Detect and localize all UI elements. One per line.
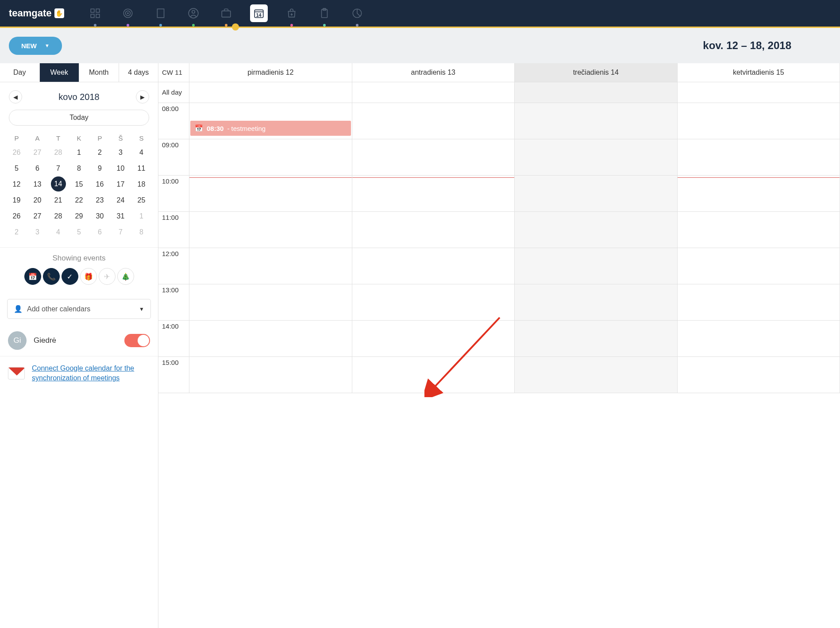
mini-day[interactable]: 19 — [6, 192, 27, 208]
filter-gift-icon[interactable]: 🎁 — [80, 268, 97, 285]
day-header[interactable]: ketvirtadienis 15 — [678, 63, 840, 82]
svg-rect-14 — [222, 11, 231, 17]
mini-day[interactable]: 29 — [69, 208, 89, 224]
time-label: 08:00 — [158, 103, 189, 139]
mini-day[interactable]: 12 — [6, 176, 27, 192]
nav-briefcase-icon[interactable] — [217, 4, 235, 22]
mini-day[interactable]: 13 — [27, 176, 48, 192]
mini-day[interactable]: 17 — [110, 176, 131, 192]
mini-day[interactable]: 21 — [48, 192, 69, 208]
user-name: Giedrė — [34, 336, 56, 345]
calendar-grid: CW 11 pirmadienis 12antradienis 13trečia… — [158, 63, 840, 628]
event-filters: 📅 📞 ✓ 🎁 ✈ 🎄 — [0, 268, 158, 293]
nav-target-icon[interactable] — [119, 4, 137, 22]
day-header[interactable]: pirmadienis 12 — [189, 63, 352, 82]
weekday-label: K — [69, 132, 89, 145]
mini-day[interactable]: 8 — [131, 224, 152, 240]
mini-day[interactable]: 3 — [27, 224, 48, 240]
mini-day[interactable]: 2 — [6, 224, 27, 240]
mini-day[interactable]: 26 — [6, 208, 27, 224]
mini-day[interactable]: 5 — [69, 224, 89, 240]
mini-day[interactable]: 25 — [131, 192, 152, 208]
mini-day[interactable]: 28 — [48, 145, 69, 161]
add-calendars-dropdown[interactable]: 👤 Add other calendars ▼ — [7, 299, 151, 319]
nav-person-icon[interactable] — [185, 4, 202, 22]
user-toggle[interactable] — [124, 334, 150, 347]
svg-rect-3 — [96, 14, 100, 18]
mini-day[interactable]: 20 — [27, 192, 48, 208]
mini-day[interactable]: 15 — [69, 176, 89, 192]
mini-day[interactable]: 1 — [131, 208, 152, 224]
mini-day[interactable]: 23 — [89, 192, 110, 208]
day-column[interactable] — [515, 103, 678, 393]
filter-task-icon[interactable]: ✓ — [62, 268, 78, 285]
mini-day[interactable]: 9 — [89, 161, 110, 176]
nav-clipboard-icon[interactable] — [316, 4, 333, 22]
mini-day[interactable]: 10 — [110, 161, 131, 176]
time-label: 09:00 — [158, 139, 189, 176]
mini-day[interactable]: 6 — [27, 161, 48, 176]
svg-rect-2 — [91, 14, 94, 18]
mini-day[interactable]: 6 — [89, 224, 110, 240]
nav-building-icon[interactable] — [152, 4, 170, 22]
allday-cell[interactable] — [189, 82, 352, 103]
mini-day[interactable]: 4 — [48, 224, 69, 240]
next-month-button[interactable]: ▶ — [136, 90, 149, 103]
mini-day[interactable]: 14 — [48, 176, 69, 192]
view-tabs: Day Week Month 4 days — [0, 63, 158, 82]
tab-month[interactable]: Month — [79, 63, 119, 82]
mini-day[interactable]: 1 — [69, 145, 89, 161]
mini-day[interactable]: 7 — [110, 224, 131, 240]
svg-rect-1 — [96, 9, 100, 12]
filter-tree-icon[interactable]: 🎄 — [117, 268, 134, 285]
mini-day[interactable]: 26 — [6, 145, 27, 161]
mini-day[interactable]: 7 — [48, 161, 69, 176]
prev-month-button[interactable]: ◀ — [9, 90, 22, 103]
nav-calendar-icon[interactable]: 14 — [250, 4, 268, 22]
mini-day[interactable]: 2 — [89, 145, 110, 161]
nav-bag-icon[interactable] — [283, 4, 301, 22]
mini-day[interactable]: 4 — [131, 145, 152, 161]
month-label: kovo 2018 — [58, 92, 99, 102]
google-calendar-link-row: Connect Google calendar for the synchron… — [0, 356, 158, 391]
calendar-event[interactable]: 📅08:30 - testmeeting — [190, 121, 351, 136]
new-button[interactable]: NEW ▼ — [9, 37, 62, 55]
mini-day[interactable]: 16 — [89, 176, 110, 192]
mini-day[interactable]: 27 — [27, 208, 48, 224]
day-column[interactable]: 📅08:30 - testmeeting — [189, 103, 352, 393]
mini-day[interactable]: 18 — [131, 176, 152, 192]
allday-cell[interactable] — [678, 82, 840, 103]
allday-label: All day — [158, 82, 189, 103]
allday-cell[interactable] — [515, 82, 678, 103]
mini-day[interactable]: 3 — [110, 145, 131, 161]
day-header[interactable]: antradienis 13 — [352, 63, 515, 82]
day-column[interactable] — [678, 103, 840, 393]
time-label: 14:00 — [158, 321, 189, 357]
allday-cell[interactable] — [352, 82, 515, 103]
nav-chart-icon[interactable] — [348, 4, 366, 22]
showing-events-label: Showing events — [0, 247, 158, 268]
chevron-down-icon: ▼ — [139, 306, 144, 312]
day-header[interactable]: trečiadienis 14 — [515, 63, 678, 82]
mini-day[interactable]: 30 — [89, 208, 110, 224]
mini-day[interactable]: 28 — [48, 208, 69, 224]
filter-calendar-icon[interactable]: 📅 — [24, 268, 41, 285]
mini-day[interactable]: 31 — [110, 208, 131, 224]
tab-day[interactable]: Day — [0, 63, 40, 82]
tab-4days[interactable]: 4 days — [119, 63, 158, 82]
mini-day[interactable]: 8 — [69, 161, 89, 176]
mini-day[interactable]: 11 — [131, 161, 152, 176]
time-label: 15:00 — [158, 357, 189, 393]
calendar-icon: 📅 — [195, 124, 203, 132]
mini-day[interactable]: 27 — [27, 145, 48, 161]
mini-day[interactable]: 5 — [6, 161, 27, 176]
mini-day[interactable]: 22 — [69, 192, 89, 208]
day-column[interactable] — [352, 103, 515, 393]
filter-plane-icon[interactable]: ✈ — [99, 268, 116, 285]
mini-day[interactable]: 24 — [110, 192, 131, 208]
nav-dashboard-icon[interactable] — [86, 4, 104, 22]
filter-phone-icon[interactable]: 📞 — [43, 268, 60, 285]
today-button[interactable]: Today — [9, 110, 149, 126]
tab-week[interactable]: Week — [40, 63, 80, 82]
connect-google-link[interactable]: Connect Google calendar for the synchron… — [32, 364, 150, 383]
